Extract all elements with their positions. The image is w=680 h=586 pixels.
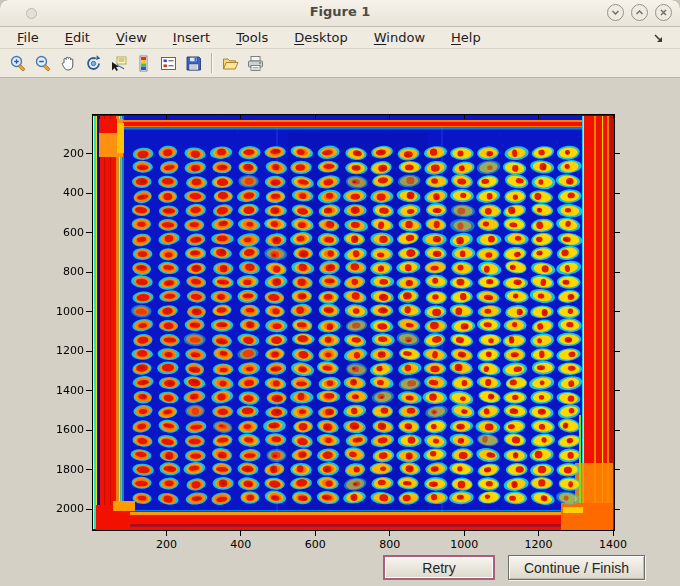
- continue-finish-button[interactable]: Continue / Finish: [508, 555, 645, 580]
- y-tick-right: [615, 193, 620, 194]
- y-tick: [86, 232, 92, 233]
- menu-insert[interactable]: Insert: [164, 29, 219, 46]
- x-tick-top: [464, 115, 465, 119]
- x-tick: [240, 531, 241, 536]
- zoom-out-icon[interactable]: [31, 51, 55, 75]
- x-tick-top: [389, 115, 390, 119]
- maximize-button[interactable]: [631, 4, 648, 21]
- y-tick-right: [615, 509, 620, 510]
- y-tick: [86, 469, 92, 470]
- save-icon[interactable]: [181, 51, 205, 75]
- y-tick: [86, 153, 92, 154]
- y-tick-label: 1800: [38, 463, 84, 476]
- x-tick-label: 400: [219, 538, 263, 551]
- data-cursor-icon[interactable]: [106, 51, 130, 75]
- y-tick-label: 2000: [38, 502, 84, 515]
- x-tick: [464, 531, 465, 536]
- y-tick: [86, 272, 92, 273]
- y-tick-right: [615, 390, 620, 391]
- y-tick-right: [615, 311, 620, 312]
- microarray-image-plot: [93, 115, 614, 530]
- y-tick-label: 1400: [38, 384, 84, 397]
- y-tick-right: [615, 469, 620, 470]
- plot-axes: [92, 114, 615, 531]
- y-tick-right: [615, 351, 620, 352]
- x-tick-label: 600: [293, 538, 337, 551]
- x-tick-top: [538, 115, 539, 119]
- x-tick-label: 800: [368, 538, 412, 551]
- x-tick-top: [613, 115, 614, 119]
- y-tick-label: 1000: [38, 305, 84, 318]
- figure-canvas-area: Retry Continue / Finish 2004006008001000…: [0, 78, 680, 586]
- x-tick-label: 1200: [517, 538, 561, 551]
- figure-window: Figure 1 FileEditViewInsertToolsDesktopW…: [0, 0, 680, 586]
- shade-button[interactable]: [607, 4, 624, 21]
- x-tick-label: 200: [144, 538, 188, 551]
- y-tick-right: [615, 232, 620, 233]
- x-tick: [538, 531, 539, 536]
- x-tick-top: [240, 115, 241, 119]
- y-tick-label: 1600: [38, 423, 84, 436]
- menu-edit[interactable]: Edit: [56, 29, 99, 46]
- x-tick: [613, 531, 614, 536]
- menu-view[interactable]: View: [107, 29, 156, 46]
- pan-icon[interactable]: [56, 51, 80, 75]
- y-tick: [86, 351, 92, 352]
- figure-toolbar: [0, 49, 680, 78]
- y-tick-label: 800: [38, 265, 84, 278]
- x-tick-label: 1400: [591, 538, 635, 551]
- x-tick: [166, 531, 167, 536]
- y-tick: [86, 193, 92, 194]
- title-bar[interactable]: Figure 1: [0, 0, 680, 27]
- print-icon[interactable]: [243, 51, 267, 75]
- y-tick-right: [615, 272, 620, 273]
- menu-tools[interactable]: Tools: [227, 29, 277, 46]
- menu-help[interactable]: Help: [442, 29, 490, 46]
- y-tick-right: [615, 430, 620, 431]
- y-tick: [86, 390, 92, 391]
- toolbar-separator: [211, 53, 213, 73]
- menu-desktop[interactable]: Desktop: [285, 29, 357, 46]
- x-tick-label: 1000: [442, 538, 486, 551]
- menu-bar: FileEditViewInsertToolsDesktopWindowHelp: [0, 27, 680, 49]
- open-folder-icon[interactable]: [218, 51, 242, 75]
- y-tick-label: 600: [38, 226, 84, 239]
- menu-file[interactable]: File: [8, 29, 48, 46]
- y-tick: [86, 430, 92, 431]
- y-tick: [86, 509, 92, 510]
- rotate-3d-icon[interactable]: [81, 51, 105, 75]
- legend-icon[interactable]: [156, 51, 180, 75]
- dock-figure-icon[interactable]: [653, 30, 666, 49]
- y-tick-label: 1200: [38, 344, 84, 357]
- zoom-in-icon[interactable]: [6, 51, 30, 75]
- colorbar-icon[interactable]: [131, 51, 155, 75]
- y-tick: [86, 311, 92, 312]
- retry-button[interactable]: Retry: [383, 555, 495, 580]
- y-tick-right: [615, 153, 620, 154]
- x-tick-top: [166, 115, 167, 119]
- close-button[interactable]: [655, 4, 672, 21]
- window-title: Figure 1: [0, 4, 680, 19]
- y-tick-label: 400: [38, 186, 84, 199]
- x-tick: [389, 531, 390, 536]
- window-controls: [607, 4, 672, 21]
- menu-window[interactable]: Window: [365, 29, 434, 46]
- y-tick-label: 200: [38, 147, 84, 160]
- x-tick-top: [315, 115, 316, 119]
- x-tick: [315, 531, 316, 536]
